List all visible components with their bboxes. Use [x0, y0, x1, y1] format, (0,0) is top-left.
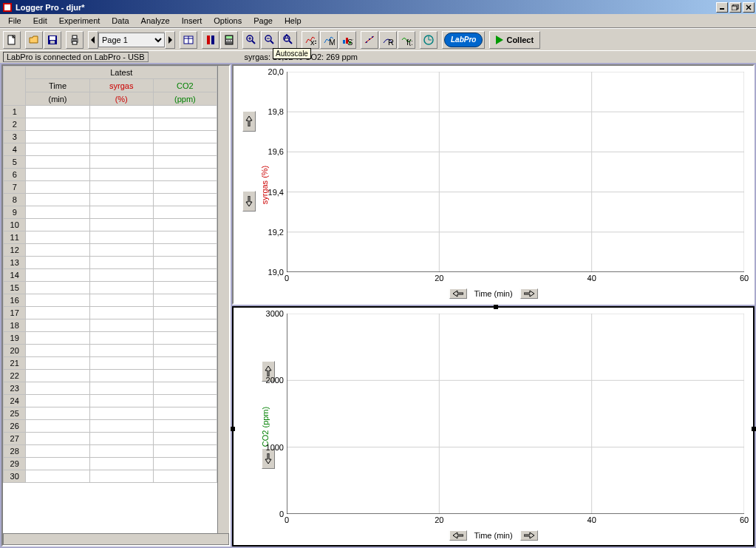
- table-row[interactable]: 17: [4, 307, 217, 319]
- chart1-x-right-button[interactable]: [520, 288, 538, 299]
- table-row[interactable]: 19: [4, 332, 217, 345]
- xtick-label[interactable]: 60: [740, 514, 749, 524]
- page-select[interactable]: Page 1: [98, 33, 165, 47]
- table-row[interactable]: 2: [4, 118, 217, 131]
- zoom-in-button[interactable]: [242, 31, 260, 49]
- chart1-ylabel[interactable]: syrgas (%): [260, 165, 269, 204]
- xtick-label[interactable]: 20: [435, 272, 443, 283]
- data-browser-button[interactable]: [180, 31, 197, 49]
- menu-analyze[interactable]: Analyze: [135, 15, 176, 27]
- chart2-plot-area[interactable]: 01000200030000204060: [287, 314, 744, 514]
- print-button[interactable]: [66, 31, 84, 49]
- table-row[interactable]: 20: [4, 345, 217, 357]
- menu-file[interactable]: File: [2, 15, 27, 27]
- zoom-out-button[interactable]: [261, 31, 279, 49]
- xtick-label[interactable]: 40: [588, 272, 596, 283]
- table-hscrollbar[interactable]: [3, 533, 229, 545]
- table-row[interactable]: 10: [4, 219, 217, 231]
- menu-edit[interactable]: Edit: [27, 15, 53, 27]
- ytick-label[interactable]: 20,0: [268, 67, 287, 76]
- col-header-co2[interactable]: CO2: [153, 79, 217, 92]
- chart2-ylabel[interactable]: CO2 (ppm): [261, 406, 270, 446]
- table-row[interactable]: 12: [4, 244, 217, 257]
- open-button[interactable]: [25, 31, 43, 49]
- examine-button[interactable]: x=: [302, 31, 319, 49]
- ytick-label[interactable]: 1000: [266, 443, 287, 452]
- table-row[interactable]: 15: [4, 282, 217, 294]
- table-row[interactable]: 29: [4, 458, 217, 470]
- next-page-button[interactable]: [165, 31, 175, 49]
- prev-page-button[interactable]: [88, 31, 98, 49]
- chart2-x-right-button[interactable]: [520, 530, 538, 541]
- data-table-panel[interactable]: Latest Time syrgas CO2 (min) (%) (ppm) 1…: [1, 64, 231, 547]
- curve-fit-button[interactable]: R=: [379, 31, 397, 49]
- table-row[interactable]: 21: [4, 357, 217, 370]
- table-row[interactable]: 30: [4, 470, 217, 483]
- model-button[interactable]: f(x)=: [398, 31, 415, 49]
- ytick-label[interactable]: 19,6: [268, 147, 287, 156]
- table-row[interactable]: 18: [4, 319, 217, 332]
- ytick-label[interactable]: 2000: [266, 376, 287, 385]
- menu-experiment[interactable]: Experiment: [53, 15, 106, 27]
- xtick-label[interactable]: 20: [435, 514, 443, 524]
- table-row[interactable]: 4: [4, 143, 217, 156]
- xtick-label[interactable]: 0: [285, 272, 289, 283]
- table-row[interactable]: 26: [4, 420, 217, 433]
- chart1-x-left-button[interactable]: [449, 288, 466, 299]
- xtick-label[interactable]: 60: [740, 272, 749, 283]
- menu-help[interactable]: Help: [279, 15, 307, 27]
- table-row[interactable]: 22: [4, 370, 217, 382]
- save-button[interactable]: [44, 31, 61, 49]
- close-button[interactable]: [743, 2, 755, 13]
- chart-syrgas-panel[interactable]: syrgas (%) 19,019,219,419,619,820,002040…: [232, 64, 755, 305]
- chart1-xlabel[interactable]: Time (min): [474, 289, 512, 298]
- table-row[interactable]: 27: [4, 433, 217, 445]
- table-vscrollbar[interactable]: [217, 66, 229, 533]
- collect-button[interactable]: Collect: [489, 31, 540, 49]
- table-row[interactable]: 3: [4, 131, 217, 143]
- autoscale-button[interactable]: A Autoscale: [279, 31, 297, 49]
- ytick-label[interactable]: 3000: [266, 309, 287, 318]
- labpro-button[interactable]: LabPro: [442, 31, 485, 49]
- chart1-y-up-button[interactable]: [242, 111, 256, 132]
- menu-data[interactable]: Data: [106, 15, 134, 27]
- table-row[interactable]: 13: [4, 257, 217, 269]
- table-row[interactable]: 16: [4, 294, 217, 307]
- tangent-button[interactable]: M=: [320, 31, 338, 49]
- table-row[interactable]: 9: [4, 206, 217, 219]
- linear-fit-button[interactable]: [361, 31, 378, 49]
- table-row[interactable]: 5: [4, 156, 217, 169]
- ytick-label[interactable]: 19,8: [268, 107, 287, 116]
- table-row[interactable]: 8: [4, 194, 217, 206]
- table-row[interactable]: 28: [4, 445, 217, 458]
- minimize-button[interactable]: [716, 2, 728, 13]
- col-header-time[interactable]: Time: [26, 79, 89, 92]
- xtick-label[interactable]: 0: [285, 514, 289, 524]
- restore-button[interactable]: [729, 2, 741, 13]
- xtick-label[interactable]: 40: [588, 514, 596, 524]
- table-row[interactable]: 7: [4, 181, 217, 194]
- table-row[interactable]: 25: [4, 407, 217, 420]
- menu-page[interactable]: Page: [248, 15, 279, 27]
- chart1-y-down-button[interactable]: [242, 191, 256, 212]
- stat-button[interactable]: STAT: [338, 31, 356, 49]
- table-row[interactable]: 14: [4, 269, 217, 282]
- table-row[interactable]: 1: [4, 106, 217, 118]
- calculator-button[interactable]: [220, 31, 238, 49]
- data-table[interactable]: Latest Time syrgas CO2 (min) (%) (ppm) 1…: [3, 66, 217, 483]
- chart2-x-left-button[interactable]: [449, 530, 466, 541]
- ytick-label[interactable]: 19,4: [268, 188, 287, 197]
- col-header-syrgas[interactable]: syrgas: [89, 79, 153, 92]
- store-button[interactable]: [202, 31, 219, 49]
- table-row[interactable]: 23: [4, 382, 217, 395]
- table-row[interactable]: 24: [4, 395, 217, 407]
- chart1-plot-area[interactable]: 19,019,219,419,619,820,00204060: [287, 72, 744, 272]
- chart2-xlabel[interactable]: Time (min): [474, 531, 512, 540]
- chart-co2-panel[interactable]: CO2 (ppm) 01000200030000204060 Time (min…: [232, 306, 755, 547]
- ytick-label[interactable]: 19,2: [268, 228, 287, 237]
- setup-sensors-button[interactable]: [420, 31, 437, 49]
- table-row[interactable]: 11: [4, 231, 217, 244]
- new-button[interactable]: [3, 31, 21, 49]
- table-row[interactable]: 6: [4, 169, 217, 181]
- menu-insert[interactable]: Insert: [176, 15, 208, 27]
